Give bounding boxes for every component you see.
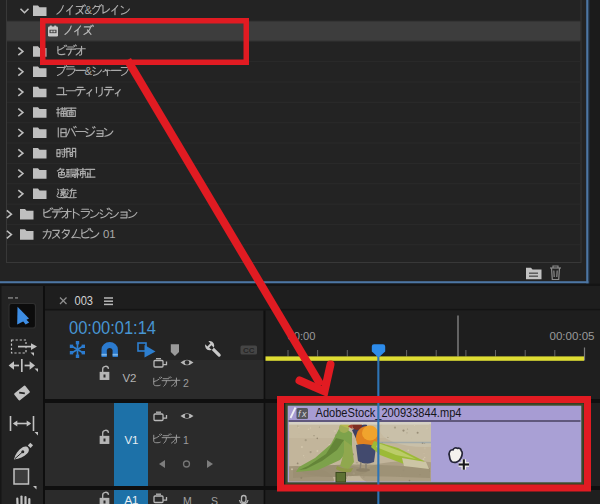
svg-text:A1: A1 <box>125 494 139 504</box>
svg-text:1: 1 <box>109 228 115 240</box>
svg-text:S: S <box>211 495 218 504</box>
svg-text:2: 2 <box>183 377 189 389</box>
svg-text:003: 003 <box>75 294 94 308</box>
svg-text:V2: V2 <box>123 372 137 384</box>
svg-text:fx: fx <box>298 409 307 419</box>
svg-text:00:00:01:14: 00:00:01:14 <box>69 318 156 338</box>
svg-text:V1: V1 <box>125 434 139 446</box>
svg-text:1: 1 <box>183 434 189 446</box>
svg-text:00:00:05: 00:00:05 <box>550 330 595 342</box>
svg-text:&: & <box>85 65 93 77</box>
svg-text:M: M <box>183 495 192 504</box>
svg-text:&: & <box>85 4 93 16</box>
svg-text:AdobeStock_200933844.mp4: AdobeStock_200933844.mp4 <box>316 406 462 420</box>
svg-text:CC: CC <box>243 346 255 355</box>
